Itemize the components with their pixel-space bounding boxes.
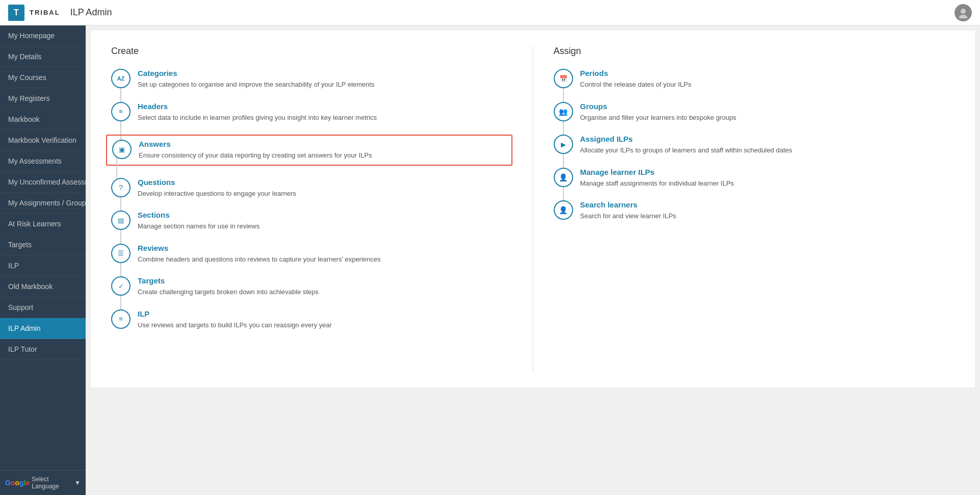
answers-content: Answers Ensure consistency of your data … [139,140,507,161]
assigned-ilps-desc: Allocate your ILPs to groups of learners… [580,145,955,155]
manage-learner-ilps-link[interactable]: Manage learner ILPs [580,168,955,176]
assign-periods-item: 📅 Periods Control the release dates of y… [554,69,955,90]
questions-link[interactable]: Questions [138,178,512,187]
create-reviews-item: ☰ Reviews Combine headers and questions … [111,244,512,265]
periods-content: Periods Control the release dates of you… [580,69,955,90]
assign-assigned-ilps-item: ▶ Assigned ILPs Allocate your ILPs to gr… [554,135,955,155]
sidebar-item-ilp[interactable]: ILP [0,255,86,276]
headers-desc: Select data to include in learner profil… [138,113,512,123]
svg-point-0 [961,9,966,14]
sidebar-item-targets[interactable]: Targets [0,235,86,255]
create-questions-item: ? Questions Develop interactive question… [111,178,512,199]
assign-title: Assign [554,46,955,57]
sidebar-item-my-assessments[interactable]: My Assessments [0,151,86,172]
answers-desc: Ensure consistency of your data reportin… [139,150,507,161]
create-targets-item: ✓ Targets Create challenging targets bro… [111,276,512,297]
sections-icon: ▤ [111,211,131,230]
sections-desc: Manage section names for use in reviews [138,221,512,231]
categories-icon: AZ [111,69,131,88]
reviews-content: Reviews Combine headers and questions in… [138,244,512,265]
assign-column: Assign 📅 Periods Control the release dat… [533,46,955,372]
questions-content: Questions Develop interactive questions … [138,178,512,199]
page-title: ILP Admin [70,7,112,18]
assign-manage-learner-ilps-item: 👤 Manage learner ILPs Manage staff assig… [554,168,955,189]
svg-point-1 [959,15,967,18]
assigned-ilps-content: Assigned ILPs Allocate your ILPs to grou… [580,135,955,155]
headers-content: Headers Select data to include in learne… [138,102,512,123]
targets-desc: Create challenging targets broken down i… [138,287,512,297]
search-learners-content: Search learners Search for and view lear… [580,200,955,221]
logo-name: TRIBAL [30,9,60,16]
assigned-ilps-link[interactable]: Assigned ILPs [580,135,955,143]
create-headers-item: ≡ Headers Select data to include in lear… [111,102,512,123]
avatar[interactable] [955,4,972,21]
google-icon: Google [5,479,30,487]
headers-link[interactable]: Headers [138,102,512,111]
create-answers-item: ▣ Answers Ensure consistency of your dat… [106,135,512,166]
search-learners-icon: 👤 [554,200,573,220]
create-column: Create AZ Categories Set up categories t… [111,46,533,372]
categories-content: Categories Set up categories to organise… [138,69,512,90]
categories-link[interactable]: Categories [138,69,512,77]
chevron-down-icon: ▼ [74,479,81,486]
reviews-desc: Combine headers and questions into revie… [138,254,512,265]
sidebar-item-my-homepage[interactable]: My Homepage [0,25,86,46]
assign-timeline: 📅 Periods Control the release dates of y… [554,69,955,221]
logo-box: T [8,5,24,21]
sidebar-item-at-risk-learners[interactable]: At Risk Learners [0,214,86,235]
sidebar-item-my-details[interactable]: My Details [0,46,86,67]
sidebar-item-my-courses[interactable]: My Courses [0,67,86,88]
manage-learner-ilps-desc: Manage staff assignments for individual … [580,178,955,189]
create-ilp-link[interactable]: ILP [138,309,512,318]
sidebar-item-ilp-admin[interactable]: ILP Admin [0,318,86,339]
targets-icon: ✓ [111,276,131,296]
create-ilp-desc: Use reviews and targets to build ILPs yo… [138,320,512,330]
assign-groups-item: 👥 Groups Organise and filter your learne… [554,102,955,123]
sections-content: Sections Manage section names for use in… [138,211,512,231]
targets-content: Targets Create challenging targets broke… [138,276,512,297]
search-learners-link[interactable]: Search learners [580,200,955,209]
manage-learner-ilps-content: Manage learner ILPs Manage staff assignm… [580,168,955,189]
questions-icon: ? [111,178,131,197]
groups-link[interactable]: Groups [580,102,955,111]
questions-desc: Develop interactive questions to engage … [138,189,512,199]
periods-link[interactable]: Periods [580,69,955,77]
select-language-button[interactable]: Google Select Language ▼ [5,476,81,490]
create-ilp-icon: ≡ [111,309,131,329]
assigned-ilps-icon: ▶ [554,135,573,154]
content-panel: Create AZ Categories Set up categories t… [91,31,975,387]
app-header: T TRIBAL ILP Admin [0,0,980,25]
sidebar-item-my-assignments-groups[interactable]: My Assignments / Groups [0,193,86,214]
sidebar-item-old-markbook[interactable]: Old Markbook [0,276,86,297]
create-title: Create [111,46,512,57]
answers-icon: ▣ [112,140,132,159]
periods-desc: Control the release dates of your ILPs [580,80,955,90]
sections-link[interactable]: Sections [138,211,512,219]
create-sections-item: ▤ Sections Manage section names for use … [111,211,512,231]
headers-icon: ≡ [111,102,131,121]
create-ilp-item: ≡ ILP Use reviews and targets to build I… [111,309,512,330]
answers-link[interactable]: Answers [139,140,507,148]
assign-search-learners-item: 👤 Search learners Search for and view le… [554,200,955,221]
sidebar-item-support[interactable]: Support [0,297,86,318]
sidebar-item-ilp-tutor[interactable]: ILP Tutor [0,339,86,360]
targets-link[interactable]: Targets [138,276,512,285]
groups-desc: Organise and filter your learners into b… [580,113,955,123]
logo: T TRIBAL [8,5,60,21]
groups-content: Groups Organise and filter your learners… [580,102,955,123]
create-ilp-content: ILP Use reviews and targets to build ILP… [138,309,512,330]
sidebar-item-markbook[interactable]: Markbook [0,109,86,130]
categories-desc: Set up categories to organise and improv… [138,80,512,90]
search-learners-desc: Search for and view learner ILPs [580,211,955,221]
reviews-icon: ☰ [111,244,131,263]
sidebar-item-markbook-verification[interactable]: Markbook Verification [0,130,86,151]
manage-learner-ilps-icon: 👤 [554,168,573,187]
groups-icon: 👥 [554,102,573,121]
sidebar-item-my-unconfirmed-assessments[interactable]: My Unconfirmed Assessments [0,172,86,193]
reviews-link[interactable]: Reviews [138,244,512,252]
select-language-label: Select Language [32,476,72,490]
periods-icon: 📅 [554,69,573,88]
create-timeline: AZ Categories Set up categories to organ… [111,69,512,330]
sidebar: My Homepage My Details My Courses My Reg… [0,25,86,495]
sidebar-item-my-registers[interactable]: My Registers [0,88,86,109]
